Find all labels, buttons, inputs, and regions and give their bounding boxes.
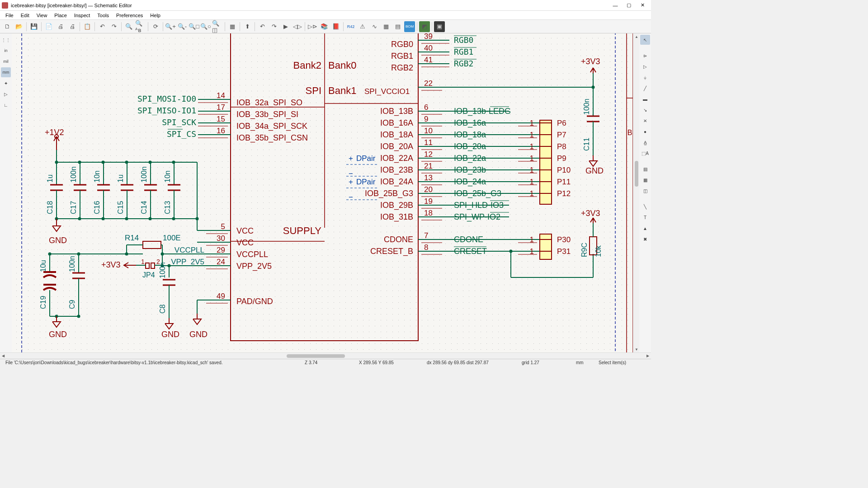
add-wire-icon[interactable]: ╱	[640, 83, 650, 93]
mirror-icon[interactable]: ◁▷	[292, 21, 303, 32]
menu-preferences[interactable]: Preferences	[113, 12, 146, 19]
svg-text:GND: GND	[161, 330, 179, 339]
svg-text:100n: 100n	[70, 166, 77, 183]
zoom-selection-icon[interactable]: 🔍◫	[212, 21, 223, 32]
svg-text:17: 17	[217, 103, 225, 112]
add-text-icon[interactable]: T	[640, 212, 650, 222]
plot-icon[interactable]: 🖨	[67, 21, 78, 32]
scripting-console-icon[interactable]: ▣	[434, 21, 445, 32]
leave-sheet-icon[interactable]: ⬆	[242, 21, 253, 32]
add-power-icon[interactable]: ⏚	[640, 72, 650, 82]
zoom-object-icon[interactable]: 🔍○	[200, 21, 211, 32]
add-image-icon[interactable]: ▲	[640, 223, 650, 233]
menu-view[interactable]: View	[34, 12, 50, 19]
schematic-canvas[interactable]: B C Bank2 Bank0 SPI Bank1 SUPPLY RGB0 RG…	[12, 33, 633, 352]
menu-place[interactable]: Place	[52, 12, 70, 19]
horizontal-scrollbar[interactable]: ◀▶	[0, 352, 651, 359]
erc-icon[interactable]: ⚠	[357, 21, 368, 32]
rotate-cw-icon[interactable]: ↷	[269, 21, 279, 32]
add-symbol-icon[interactable]: ▷	[640, 61, 650, 71]
svg-text:39: 39	[424, 33, 433, 41]
undo-icon[interactable]: ↶	[97, 21, 108, 32]
print-icon[interactable]: 🖨	[55, 21, 66, 32]
grid-toggle-icon[interactable]: ⋮⋮	[1, 35, 11, 45]
svg-text:18: 18	[424, 209, 433, 217]
svg-point-106	[55, 161, 58, 164]
bom-export-icon[interactable]: BOM	[404, 21, 415, 32]
svg-text:15: 15	[217, 115, 225, 123]
svg-point-117	[172, 217, 175, 221]
annotate-icon[interactable]: R42	[345, 21, 356, 32]
svg-text:P12: P12	[557, 189, 571, 198]
select-tool-icon[interactable]: ↖	[640, 35, 650, 45]
status-units: mm	[572, 360, 595, 365]
add-bus-icon[interactable]: ▬	[640, 94, 650, 104]
status-bar: File 'C:\Users\jon\Downloads\kicad_bugs\…	[0, 359, 651, 366]
run-icon[interactable]: ▶	[280, 21, 291, 32]
footprint-assign-icon[interactable]: 📕	[330, 21, 341, 32]
menu-tools[interactable]: Tools	[94, 12, 112, 19]
svg-text:RGB1: RGB1	[454, 47, 473, 56]
units-mil-icon[interactable]: mil	[1, 56, 11, 66]
add-junction-icon[interactable]: ●	[640, 127, 650, 136]
redo-icon[interactable]: ↷	[108, 21, 119, 32]
title-bar: icebreaker-bitsy [icebreaker-bitsy/] — S…	[0, 0, 651, 11]
add-sheet-icon[interactable]: ▦	[640, 175, 650, 185]
rotate-ccw-icon[interactable]: ↶	[257, 21, 268, 32]
refresh-icon[interactable]: ⟳	[150, 21, 161, 32]
vertical-scrollbar[interactable]: ▲ ▼	[633, 33, 639, 352]
units-inch-icon[interactable]: in	[1, 46, 11, 56]
svg-text:IOB_25b_G3: IOB_25b_G3	[454, 189, 501, 198]
add-hier-label-icon[interactable]: ▤	[640, 164, 650, 174]
menu-file[interactable]: File	[3, 12, 16, 19]
hidden-pins-icon[interactable]: ▷	[1, 89, 11, 99]
zoom-out-icon[interactable]: 🔍-	[177, 21, 188, 32]
find-icon[interactable]: 🔍	[123, 21, 134, 32]
units-mm-icon[interactable]: mm	[1, 67, 11, 77]
svg-text:29: 29	[217, 246, 225, 254]
symbol-editor-icon[interactable]: ▷⊳	[307, 21, 318, 32]
delete-tool-icon[interactable]: ✖	[640, 234, 650, 244]
add-bus-entry-icon[interactable]: ↘	[640, 105, 650, 115]
replace-icon[interactable]: 🔍ᴬʙ	[135, 21, 146, 32]
svg-text:IOB_16A: IOB_16A	[380, 118, 413, 128]
pcb-editor-icon[interactable]: ◩	[419, 21, 430, 32]
svg-text:GND: GND	[585, 166, 604, 175]
bom-icon[interactable]: ▤	[392, 21, 403, 32]
zoom-fit-icon[interactable]: 🔍□	[189, 21, 199, 32]
add-global-label-icon[interactable]: ⬚A	[640, 148, 650, 158]
svg-text:IOB_20A: IOB_20A	[380, 142, 413, 151]
svg-text:1: 1	[141, 258, 145, 265]
app-icon	[2, 2, 8, 9]
zoom-in-icon[interactable]: 🔍+	[165, 21, 176, 32]
svg-text:VPP_2V5: VPP_2V5	[236, 262, 272, 271]
simulator-icon[interactable]: ∿	[369, 21, 380, 32]
hierarchy-navigator-icon[interactable]: ▦	[227, 21, 238, 32]
svg-text:SPI: SPI	[306, 85, 321, 96]
highlight-net-icon[interactable]: ⊳	[640, 51, 650, 61]
svg-text:P30: P30	[557, 235, 571, 244]
assign-fp-icon[interactable]: ▦	[381, 21, 392, 32]
menu-help[interactable]: Help	[147, 12, 163, 19]
paste-icon[interactable]: 📋	[82, 21, 93, 32]
menu-edit[interactable]: Edit	[18, 12, 32, 19]
svg-text:SPI_HLD-IO3: SPI_HLD-IO3	[454, 201, 504, 210]
import-sheet-pin-icon[interactable]: ◫	[640, 186, 650, 196]
svg-text:IOB_33b_SPI_SI: IOB_33b_SPI_SI	[236, 110, 298, 119]
open-icon[interactable]: 📂	[14, 21, 24, 32]
page-settings-icon[interactable]: 📄	[43, 21, 54, 32]
free-angle-icon[interactable]: ∟	[1, 100, 11, 110]
symbol-browser-icon[interactable]: 📚	[319, 21, 330, 32]
add-line-icon[interactable]: ╲	[640, 202, 650, 211]
save-icon[interactable]: 💾	[28, 21, 39, 32]
close-button[interactable]: ✕	[636, 1, 649, 10]
new-icon[interactable]: 🗋	[2, 21, 13, 32]
minimize-button[interactable]: —	[609, 1, 622, 10]
cursor-shape-icon[interactable]: ✦	[1, 78, 11, 88]
add-label-icon[interactable]: A̲	[640, 137, 650, 147]
add-noconnect-icon[interactable]: ✕	[640, 116, 650, 126]
svg-text:14: 14	[217, 91, 225, 100]
svg-text:1u: 1u	[46, 174, 54, 183]
maximize-button[interactable]: ▢	[622, 1, 636, 10]
menu-inspect[interactable]: Inspect	[71, 12, 93, 19]
